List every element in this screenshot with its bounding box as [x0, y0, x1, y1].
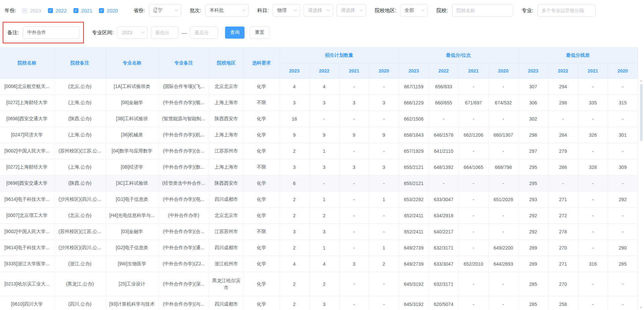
table-cell: 666/1229 [399, 95, 429, 111]
table-cell: 化学 [244, 191, 279, 208]
table-cell: - [429, 111, 459, 127]
table-row[interactable]: [0698]西安交通大学(陕西,公办)[3B]工科试验班(智慧能源与智能制...… [0, 111, 638, 127]
batch-select[interactable]: 本科批 [205, 4, 249, 16]
table-cell: [25]工业设计 [106, 272, 158, 296]
table-cell: 664/1065 [459, 159, 488, 175]
table-cell: 化学 [244, 111, 279, 127]
province-select-value: 辽宁 [153, 7, 163, 13]
scroll-up-icon[interactable]: ▲ [640, 78, 643, 83]
col-header-region: 院校地区 [209, 48, 244, 79]
table-cell: (上海,公办) [54, 95, 106, 111]
province-select[interactable]: 辽宁 [149, 4, 181, 16]
table-cell: [9002]中国人民大学... [0, 224, 54, 240]
vertical-scrollbar[interactable]: ▲ ▼ [638, 78, 644, 310]
chevron-down-icon [327, 8, 330, 11]
table-cell: 2 [279, 296, 309, 310]
table-cell: (沙河校区)(四川,公... [54, 191, 106, 208]
remark-input[interactable] [23, 27, 80, 39]
region-select[interactable]: 全部 [400, 4, 428, 16]
table-cell: - [339, 296, 369, 310]
year-header: 2022 [548, 63, 578, 79]
year-checkbox-2021[interactable]: ✓2021 [73, 8, 92, 13]
checkbox-icon: ✓ [48, 8, 53, 13]
year-checkbox-2020[interactable]: ✓2020 [99, 8, 118, 13]
year-header: 2023 [279, 63, 309, 79]
table-cell: 292 [518, 208, 548, 224]
table-cell: 四川成都市 [209, 191, 244, 208]
table-cell: - [578, 296, 608, 310]
table-row[interactable]: [0213]哈尔滨工业大...(黑龙江,公办)[25]工业设计(中外合作办学)(… [0, 272, 638, 296]
reset-button[interactable]: 重置 [250, 27, 269, 39]
table-cell: (中外合作办学)(ZJ... [158, 256, 209, 272]
major-input[interactable] [537, 4, 596, 16]
table-row[interactable]: [9335]浙江大学医学...(浙江,公办)[9W]生物医学(中外合作办学)(Z… [0, 256, 638, 272]
subject-select-3[interactable]: 请选择 [336, 4, 366, 16]
table-row[interactable]: [9614]电子科技大学...(沙河校区)(四川,公...[G2]电子信息类(中… [0, 240, 638, 256]
table-row[interactable]: [0698]西安交通大学(陕西,公办)[3C]工科试验班(经管类含中外合作...… [0, 175, 638, 191]
subject-select[interactable]: 物理 [273, 4, 300, 16]
table-cell: - [578, 79, 608, 95]
year-checkbox-2023[interactable]: ✓2023 [22, 8, 41, 13]
table-cell: [G1]电子信息类 [106, 191, 158, 208]
year-checkbox-label: 2023 [30, 8, 41, 13]
table-cell: - [459, 175, 488, 191]
table-cell: 4 [279, 256, 309, 272]
group-header-plan: 招生计划数量 [279, 48, 399, 63]
table-cell: 3 [339, 159, 369, 175]
table-cell: [H4]光电信息科学与... [106, 208, 158, 224]
table-cell: 3 [309, 159, 339, 175]
table-row[interactable]: [0006]北京航空航天...(北京,公办)[1A]工科试验班类(国际合作专项)… [0, 79, 638, 95]
table-cell: 3 [279, 159, 309, 175]
year-checkbox-2022[interactable]: ✓2022 [48, 8, 67, 13]
table-cell: 2 [309, 208, 339, 224]
table-cell: 645/3192 [399, 272, 429, 296]
table-cell: 1 [309, 240, 339, 256]
year-header: 2021 [578, 63, 608, 79]
table-cell: 634/2918 [429, 208, 459, 224]
table-cell: 297 [518, 143, 548, 159]
table-cell: 633/3047 [429, 256, 459, 272]
table-cell: 662/1206 [459, 127, 488, 143]
table-cell: 298 [548, 95, 578, 111]
query-button[interactable]: 查询 [225, 27, 245, 39]
table-cell: 295 [518, 175, 548, 191]
scroll-down-icon[interactable]: ▼ [640, 305, 643, 310]
table-cell: - [608, 79, 638, 95]
subject-select-value: 物理 [277, 7, 286, 13]
table-row[interactable]: [9002]中国人民大学...(苏州校区)(江苏,公...[03]金融学(中外合… [0, 224, 638, 240]
major-range-year-select[interactable]: 2023 [117, 27, 148, 39]
table-cell: 641/2110 [429, 143, 459, 159]
table-cell: 1 [369, 191, 399, 208]
table-cell: (中外合作办学)(通... [158, 240, 209, 256]
max-score-input[interactable] [190, 27, 218, 39]
table-row[interactable]: [9002]中国人民大学...(苏州校区)(江苏,公...[04]数学与应用数学… [0, 143, 638, 159]
scrollbar-thumb[interactable] [640, 84, 643, 141]
min-score-input[interactable] [151, 27, 178, 39]
table-cell: - [369, 143, 399, 159]
table-cell: 不限 [244, 159, 279, 175]
major-label: 专业: [522, 7, 533, 14]
table-cell: (经管类含中外合作... [158, 175, 209, 191]
col-header-college-name: 院校名称 [0, 48, 54, 79]
table-row[interactable]: [0272]上海财经大学(上海,公办)[0B]经济学(中外合作办学)(数...上… [0, 159, 638, 175]
col-header-subject-req: 选科要求 [244, 48, 279, 79]
col-header-major-note: 专业备注 [158, 48, 209, 79]
table-cell: 306 [518, 95, 548, 111]
table-cell: 294 [548, 79, 578, 95]
table-row[interactable]: [0610]四川大学(四川,公办)[93]计算机科学与技术(中外合作办学)(与.… [0, 296, 638, 310]
table-cell: 644/2693 [488, 256, 518, 272]
table-cell: 3 [279, 224, 309, 240]
table-row[interactable]: [0007]北京理工大学(北京,公办)[H4]光电信息科学与...(中外合作办学… [0, 208, 638, 224]
table-cell: [04]数学与应用数学 [106, 143, 158, 159]
table-cell: 270 [548, 272, 578, 296]
table-cell: [08]金融学 [106, 95, 158, 111]
year-header: 2020 [608, 63, 638, 79]
table-cell: 289 [518, 240, 548, 256]
table-row[interactable]: [0247]同济大学(上海,公办)[36]机械类(中外合作办学)(机...上海上… [0, 127, 638, 143]
table-row[interactable]: [9614]电子科技大学...(沙河校区)(四川,公...[G1]电子信息类(中… [0, 191, 638, 208]
subject-select-2[interactable]: 请选择 [304, 4, 333, 16]
table-body: [0006]北京航空航天...(北京,公办)[1A]工科试验班类(国际合作专项)… [0, 79, 638, 310]
college-input[interactable] [452, 4, 513, 16]
table-cell: [9W]生物医学 [106, 256, 158, 272]
table-row[interactable]: [0272]上海财经大学(上海,公办)[08]金融学(中外合作办学)(银...上… [0, 95, 638, 111]
